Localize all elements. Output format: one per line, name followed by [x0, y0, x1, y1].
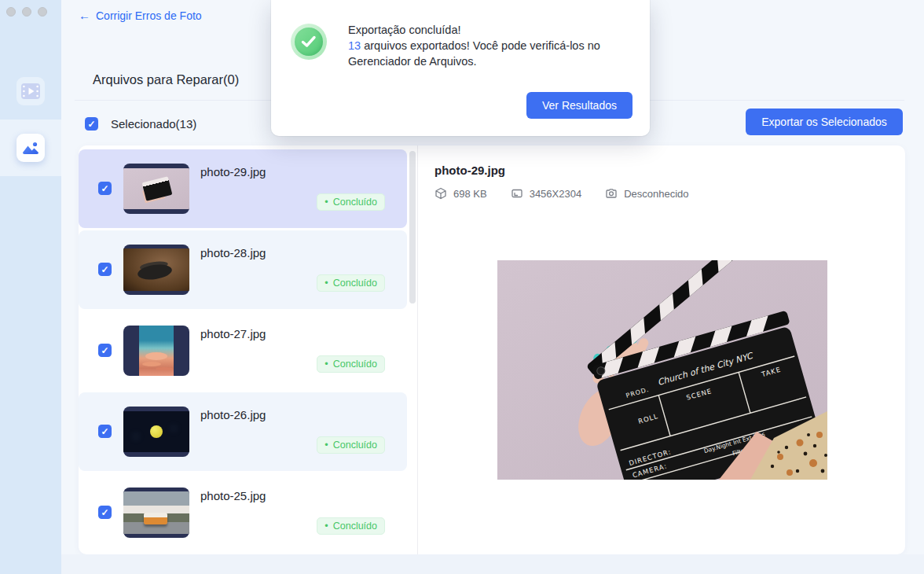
export-complete-dialog: Exportação concluída! 13 arquivos export… — [271, 0, 650, 136]
file-thumbnail — [123, 326, 189, 376]
file-thumbnail — [123, 164, 189, 214]
dialog-title: Exportação concluída! — [348, 22, 640, 38]
file-row[interactable]: ✓ photo-25.jpg • Concluído — [79, 473, 407, 552]
file-thumbnail — [123, 245, 189, 295]
camera-icon — [605, 187, 618, 200]
file-list: ✓ photo-29.jpg • Concluído ✓ photo-28.jp… — [79, 149, 407, 554]
file-name: photo-25.jpg — [200, 489, 266, 502]
photo-preview-image: PROD. Church of the City NYC ROLL SCENE … — [497, 260, 827, 480]
camera-value: Desconhecido — [624, 188, 688, 200]
file-name: photo-28.jpg — [200, 246, 266, 259]
close-window-icon[interactable] — [6, 7, 16, 17]
detail-panel: photo-29.jpg 698 KB 3456X2304 — [418, 145, 905, 554]
status-dot-icon: • — [324, 521, 328, 532]
status-label: Concluído — [333, 521, 377, 532]
back-arrow-icon: ← — [79, 9, 90, 22]
sidebar — [0, 0, 61, 574]
status-badge: • Concluído — [317, 436, 385, 454]
back-link-label: Corrigir Erros de Foto — [96, 9, 202, 22]
select-all-checkbox[interactable]: ✓ — [85, 117, 98, 131]
file-checkbox[interactable]: ✓ — [98, 425, 112, 438]
detail-filename: photo-29.jpg — [434, 164, 505, 177]
dimensions-meta: 3456X2304 — [511, 187, 582, 200]
package-box-icon — [434, 187, 447, 200]
file-size-value: 698 KB — [453, 188, 487, 200]
photo-image-icon — [16, 134, 45, 162]
file-checkbox[interactable]: ✓ — [98, 263, 112, 276]
dialog-body: 13 arquivos exportados! Você pode verifi… — [348, 38, 640, 69]
status-label: Concluído — [333, 278, 377, 289]
bottom-strip — [61, 554, 924, 574]
success-check-circle-icon — [291, 24, 327, 60]
status-badge: • Concluído — [317, 274, 385, 292]
tab-files-to-repair[interactable]: Arquivos para Reparar(0) — [93, 72, 239, 87]
file-checkbox[interactable]: ✓ — [98, 344, 112, 357]
file-row[interactable]: ✓ photo-28.jpg • Concluído — [79, 230, 407, 309]
file-name: photo-26.jpg — [200, 408, 266, 421]
select-all-control: ✓ Selecionado(13) — [85, 117, 196, 131]
minimize-window-icon[interactable] — [22, 7, 31, 17]
zoom-window-icon[interactable] — [38, 7, 47, 17]
file-checkbox[interactable]: ✓ — [98, 182, 112, 195]
status-badge: • Concluído — [317, 193, 385, 211]
dialog-message: Exportação concluída! 13 arquivos export… — [348, 22, 640, 69]
detail-meta-row: 698 KB 3456X2304 Desconhecido — [434, 187, 689, 200]
content-card: ✓ photo-29.jpg • Concluído ✓ photo-28.jp… — [79, 145, 905, 554]
status-dot-icon: • — [324, 440, 328, 451]
status-label: Concluído — [333, 440, 377, 451]
status-dot-icon: • — [324, 278, 328, 289]
file-name: photo-29.jpg — [200, 165, 266, 178]
sidebar-item-photo-repair[interactable] — [0, 120, 61, 176]
file-thumbnail — [123, 488, 189, 538]
back-link[interactable]: ← Corrigir Erros de Foto — [79, 9, 202, 22]
status-dot-icon: • — [324, 197, 328, 208]
status-label: Concluído — [333, 359, 377, 370]
file-thumbnail — [123, 407, 189, 457]
status-badge: • Concluído — [317, 517, 385, 535]
file-name: photo-27.jpg — [200, 327, 266, 340]
sidebar-item-video-repair[interactable] — [0, 63, 61, 120]
status-label: Concluído — [333, 197, 377, 208]
list-scrollbar-thumb[interactable] — [409, 151, 416, 304]
file-size-meta: 698 KB — [434, 187, 487, 200]
select-all-label: Selecionado(13) — [111, 117, 196, 131]
window-controls — [6, 7, 47, 17]
exported-count: 13 — [348, 39, 361, 52]
file-row[interactable]: ✓ photo-26.jpg • Concluído — [79, 392, 407, 471]
view-results-button[interactable]: Ver Resultados — [526, 92, 632, 119]
dialog-body-text: arquivos exportados! Você pode verificá-… — [348, 39, 600, 68]
camera-meta: Desconhecido — [605, 187, 688, 200]
dimensions-value: 3456X2304 — [530, 188, 582, 200]
film-play-icon — [16, 77, 45, 105]
status-dot-icon: • — [324, 359, 328, 370]
export-selected-button[interactable]: Exportar os Selecionados — [746, 109, 903, 135]
file-checkbox[interactable]: ✓ — [98, 506, 112, 519]
file-row[interactable]: ✓ photo-29.jpg • Concluído — [79, 149, 407, 228]
dimensions-icon — [511, 187, 523, 200]
file-row[interactable]: ✓ photo-27.jpg • Concluído — [79, 311, 407, 390]
status-badge: • Concluído — [317, 355, 385, 373]
